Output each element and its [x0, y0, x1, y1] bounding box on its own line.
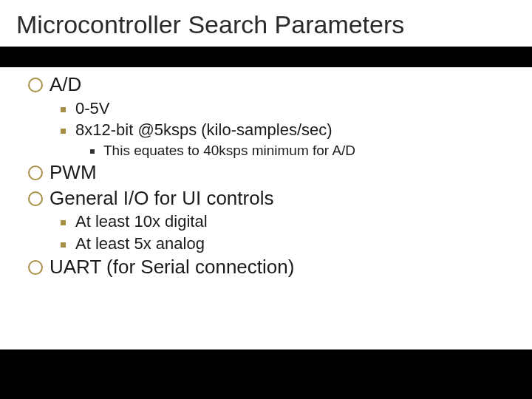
circle-bullet-icon	[28, 166, 43, 180]
list-item-text: At least 10x digital	[75, 211, 208, 232]
title-bar: Microcontroller Search Parameters	[0, 0, 532, 47]
square-bullet-icon	[61, 107, 66, 112]
list-item: This equates to 40ksps minimum for A/D	[0, 141, 532, 160]
list-item-text: UART (for Serial connection)	[50, 255, 294, 279]
circle-bullet-icon	[28, 260, 43, 275]
list-item-text: 0-5V	[75, 98, 109, 119]
square-bullet-icon	[61, 129, 66, 134]
list-item: 8x12-bit @5ksps (kilo-samples/sec)	[0, 119, 532, 141]
circle-bullet-icon	[28, 78, 43, 92]
list-item: At least 5x analog	[0, 233, 532, 255]
circle-bullet-icon	[28, 191, 43, 206]
slide: Microcontroller Search Parameters A/D 0-…	[0, 0, 532, 399]
list-item: At least 10x digital	[0, 211, 532, 233]
list-item: General I/O for UI controls	[0, 185, 532, 211]
square-bullet-icon	[61, 242, 66, 248]
list-item: 0-5V	[0, 98, 532, 120]
square-bullet-icon	[61, 220, 66, 225]
list-item: UART (for Serial connection)	[0, 254, 532, 280]
list-item: A/D	[0, 72, 532, 98]
slide-title: Microcontroller Search Parameters	[16, 10, 516, 39]
list-item: PWM	[0, 160, 532, 185]
list-item-text: PWM	[50, 160, 97, 185]
list-item-text: At least 5x analog	[75, 233, 205, 254]
list-item-text: This equates to 40ksps minimum for A/D	[103, 142, 355, 160]
slide-body: A/D 0-5V 8x12-bit @5ksps (kilo-samples/s…	[0, 67, 532, 349]
list-item-text: General I/O for UI controls	[50, 186, 273, 211]
list-item-text: 8x12-bit @5ksps (kilo-samples/sec)	[75, 120, 332, 140]
list-item-text: A/D	[50, 72, 81, 97]
small-square-bullet-icon	[90, 149, 95, 154]
